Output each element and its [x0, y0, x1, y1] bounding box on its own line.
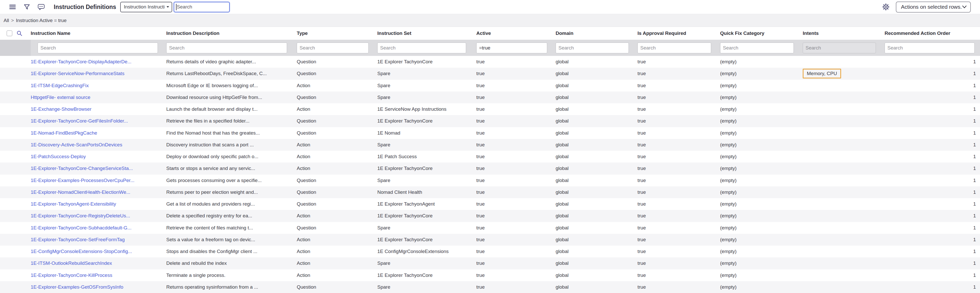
cell-order: 1: [885, 139, 980, 151]
cell-active: true: [476, 80, 555, 91]
cell-name: 1E-Explorer-TachyonCore-SetFreeFormTag: [31, 234, 166, 246]
cell-type: Question: [297, 115, 377, 127]
cell-description: Terminate a single process.: [166, 269, 297, 281]
filter-input-intents: [803, 43, 876, 53]
column-header-quick-fix-category[interactable]: Quick Fix Category: [720, 27, 803, 40]
instruction-name-link[interactable]: 1E-ITSM-EdgeCrashingFix: [31, 83, 89, 88]
cell-order: 1: [885, 269, 980, 281]
filter-input-quick-fix-category[interactable]: [720, 43, 794, 53]
cell-set: 1E Nomad: [377, 127, 476, 139]
cell-checkbox: [0, 175, 31, 186]
instruction-name-link[interactable]: 1E-Explorer-TachyonCore-ChangeServiceSta…: [31, 166, 133, 171]
cell-order: 1: [885, 234, 980, 246]
filter-input-active[interactable]: [476, 43, 547, 53]
column-header-recommended-action-order[interactable]: Recommended Action Order: [885, 27, 980, 40]
cell-description: Returns details of video graphic adapter…: [166, 56, 297, 68]
instruction-name-link[interactable]: 1E-Explorer-TachyonCore-GetFilesInFolder…: [31, 118, 128, 124]
instruction-name-link[interactable]: 1E-Explorer-TachyonCore-DisplayAdapterDe…: [31, 59, 132, 65]
cell-type: Question: [297, 175, 377, 186]
column-header-active[interactable]: Active: [476, 27, 555, 40]
cell-set: 1E Explorer TachyonCore: [377, 163, 476, 174]
column-header-domain[interactable]: Domain: [555, 27, 638, 40]
instruction-name-link[interactable]: 1E-Explorer-TachyonCore-Subhacddefault-G…: [31, 225, 132, 231]
cell-type: Action: [297, 257, 377, 269]
instruction-name-link[interactable]: 1E-Discovery-Active-ScanPortsOnDevices: [31, 142, 122, 148]
cell-domain: global: [555, 234, 638, 246]
cell-intents: [803, 163, 885, 174]
cell-intents: [803, 91, 885, 103]
cell-checkbox: [0, 91, 31, 103]
instruction-name-link[interactable]: 1E-Explorer-TachyonCore-SetFreeFormTag: [31, 237, 124, 242]
table-row: 1E-Explorer-TachyonCore-KillProcessTermi…: [0, 269, 980, 281]
cell-domain: global: [555, 175, 638, 186]
cell-order: 1: [885, 163, 980, 174]
filter-input-instruction-name[interactable]: [38, 43, 158, 53]
instruction-name-link[interactable]: 1E-Explorer-TachyonCore-RegistryDeleteUs…: [31, 213, 130, 219]
filter-input-type[interactable]: [297, 43, 369, 53]
actions-on-selected-rows-dropdown[interactable]: Actions on selected rows...: [896, 2, 971, 13]
column-header-instruction-description[interactable]: Instruction Description: [166, 27, 297, 40]
search-icon[interactable]: [16, 30, 22, 37]
table-row: 1E-ITSM-OutlookRebuildSearchIndexDelete …: [0, 257, 980, 269]
instruction-name-link[interactable]: 1E-Explorer-Examples-ProcessesOverCpuPer…: [31, 178, 134, 183]
cell-domain: global: [555, 68, 638, 80]
instruction-name-link[interactable]: 1E-Explorer-TachyonAgent-Extensibility: [31, 201, 116, 207]
cell-order: 1: [885, 103, 980, 115]
instruction-name-link[interactable]: 1E-ITSM-OutlookRebuildSearchIndex: [31, 261, 112, 266]
comment-icon[interactable]: [37, 3, 45, 11]
menu-icon[interactable]: [9, 3, 16, 11]
cell-set: 1E Explorer TachyonCore: [377, 210, 476, 222]
gear-icon[interactable]: [882, 3, 890, 11]
column-header-instruction-name[interactable]: Instruction Name: [31, 27, 166, 40]
cell-set: Spare: [377, 80, 476, 91]
instruction-name-link[interactable]: 1E-Nomad-FindBestPkgCache: [31, 130, 97, 136]
filter-icon[interactable]: [23, 3, 31, 11]
cell-description: Retrieve the content of files matching t…: [166, 222, 297, 234]
instruction-name-link[interactable]: 1E-Explorer-TachyonCore-KillProcess: [31, 272, 112, 278]
view-type-dropdown[interactable]: Instruction Instructi: [120, 2, 172, 12]
filter-input-instruction-description[interactable]: [166, 43, 287, 53]
cell-approval: true: [638, 151, 720, 163]
filter-input-domain[interactable]: [555, 43, 629, 53]
table-row: 1E-Explorer-TachyonCore-Subhacddefault-G…: [0, 222, 980, 234]
cell-quick_fix: (empty): [720, 175, 803, 186]
cell-name: 1E-Explorer-TachyonAgent-Extensibility: [31, 198, 166, 210]
instruction-name-link[interactable]: HttpgetFile- external source: [31, 94, 90, 100]
filter-input-instruction-set[interactable]: [377, 43, 466, 53]
column-header-intents[interactable]: Intents: [803, 27, 885, 40]
filter-input-recommended-action-order[interactable]: [885, 43, 975, 53]
cell-set: Spare: [377, 281, 476, 293]
search-input[interactable]: [174, 2, 230, 12]
cell-domain: global: [555, 56, 638, 68]
cell-active: true: [476, 234, 555, 246]
cell-intents: [803, 269, 885, 281]
table-row: 1E-Exchange-ShowBrowserLaunch the defaul…: [0, 103, 980, 115]
instruction-name-link[interactable]: 1E-Explorer-ServiceNow-PerformanceStats: [31, 71, 124, 76]
instruction-name-link[interactable]: 1E-Exchange-ShowBrowser: [31, 106, 92, 112]
cell-domain: global: [555, 103, 638, 115]
cell-type: Action: [297, 163, 377, 174]
cell-order: 1: [885, 257, 980, 269]
cell-approval: true: [638, 175, 720, 186]
cell-intents: [803, 222, 885, 234]
cell-domain: global: [555, 269, 638, 281]
cell-quick_fix: (empty): [720, 163, 803, 174]
instruction-name-link[interactable]: 1E-ConfigMgrConsoleExtensions-StopConfig…: [31, 249, 132, 254]
select-all-checkbox[interactable]: [6, 30, 12, 36]
instruction-name-link[interactable]: 1E-PatchSuccess-Deploy: [31, 154, 86, 159]
filter-input-is-approval-required[interactable]: [638, 43, 711, 53]
cell-checkbox: [0, 56, 31, 68]
column-header-type[interactable]: Type: [297, 27, 377, 40]
table-row: 1E-ITSM-EdgeCrashingFixMicrosoft Edge or…: [0, 80, 980, 91]
cell-set: 1E ServiceNow App Instructions: [377, 103, 476, 115]
instruction-name-link[interactable]: 1E-Explorer-NomadClientHealth-ElectionWe…: [31, 189, 130, 195]
cell-domain: global: [555, 91, 638, 103]
column-header-is-approval-required[interactable]: Is Approval Required: [638, 27, 720, 40]
cell-quick_fix: (empty): [720, 91, 803, 103]
instruction-name-link[interactable]: 1E-Explorer-Examples-GetOSFromSysInfo: [31, 284, 123, 290]
cell-checkbox: [0, 139, 31, 151]
breadcrumb-root[interactable]: All: [3, 18, 9, 23]
column-header-instruction-set[interactable]: Instruction Set: [377, 27, 476, 40]
cell-intents: [803, 257, 885, 269]
cell-set: Spare: [377, 91, 476, 103]
